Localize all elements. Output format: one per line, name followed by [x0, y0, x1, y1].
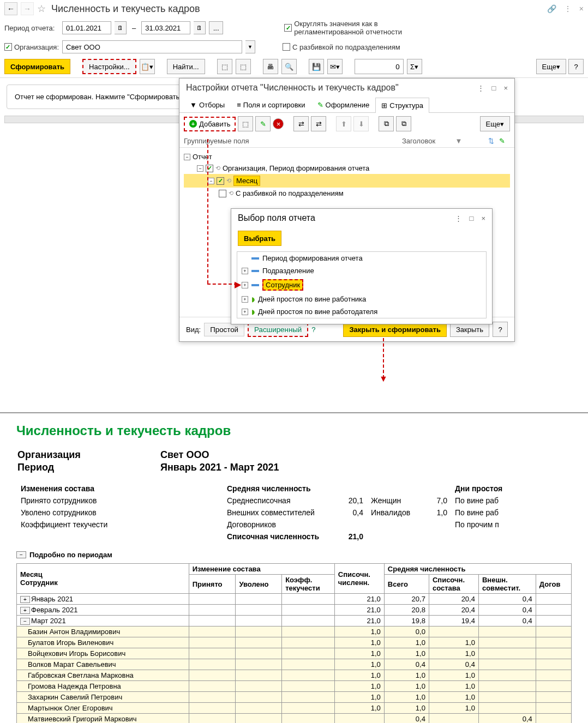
toggle-icon[interactable]: +	[242, 282, 248, 288]
table-row[interactable]: −Март 202121,019,819,40,4	[17, 616, 572, 626]
expand-icon[interactable]: ⬚	[217, 59, 232, 74]
picker-select-button[interactable]: Выбрать	[238, 231, 281, 246]
table-row[interactable]: Захаркин Савелий Петрович1,01,01,0	[17, 692, 572, 703]
preview-icon[interactable]: 🔍	[281, 59, 297, 74]
round-checkbox[interactable]: ✓	[284, 24, 292, 32]
tree-checkbox-empty[interactable]	[219, 190, 226, 197]
favorite-icon[interactable]: ☆	[37, 3, 46, 15]
table-row[interactable]: Матвиевский Григорий Маркович0,40,4	[17, 714, 572, 724]
expand-icon[interactable]: −	[20, 618, 30, 625]
help-link[interactable]: ?	[311, 326, 315, 334]
picker-item-idle-emp[interactable]: +◗ Дней простоя по вине работника	[237, 293, 486, 305]
tab-structure[interactable]: ⊞Структура	[375, 98, 429, 113]
calendar-from-icon[interactable]: 🗓	[115, 21, 127, 34]
tree-level3[interactable]: ⟲ С разбивкой по подразделениям	[184, 188, 510, 199]
picker-close-icon[interactable]: ×	[481, 214, 485, 222]
table-row[interactable]: Булатов Игорь Виленович1,01,01,0	[17, 637, 572, 648]
footer-help-icon[interactable]: ?	[493, 322, 508, 337]
picker-maximize-icon[interactable]: □	[470, 214, 474, 222]
toggle-icon[interactable]: −	[184, 154, 190, 160]
picker-more-icon[interactable]: ⋮	[455, 214, 462, 222]
move-icon2[interactable]: ⇄	[311, 116, 326, 131]
edit-icon[interactable]: ✎	[255, 116, 271, 131]
view-simple-button[interactable]: Простой	[204, 323, 244, 336]
up-icon[interactable]: ⬆	[336, 116, 351, 131]
org-checkbox[interactable]: ✓	[4, 43, 12, 51]
group-icon[interactable]: ⬚	[238, 116, 253, 131]
add-button[interactable]: + Добавить	[184, 117, 236, 131]
edit-col-icon[interactable]: ✎	[499, 137, 510, 145]
col-hired: Принято	[189, 575, 236, 594]
tab-filters[interactable]: ▼Отборы	[184, 97, 231, 112]
org-value: Свет ООО	[66, 43, 100, 51]
sort-col-icon[interactable]: ⇅	[488, 137, 499, 145]
toggle-icon[interactable]: −	[208, 178, 214, 184]
period-ellipsis-button[interactable]: ...	[209, 21, 223, 34]
toggle-icon[interactable]: +	[242, 296, 248, 303]
picker-list: Период формирования отчета + Подразделен…	[237, 251, 487, 318]
table-row[interactable]: Волков Марат Савельевич1,00,40,4	[17, 659, 572, 670]
date-from-input[interactable]	[62, 21, 111, 34]
date-to-input[interactable]	[141, 21, 190, 34]
back-button[interactable]: ←	[4, 2, 17, 15]
settings-close-icon[interactable]: ×	[503, 84, 508, 92]
expand-icon[interactable]: +	[20, 596, 30, 603]
tree-level1[interactable]: − ✓ ⟲ Организация, Период формирования о…	[184, 162, 510, 174]
collapse-icon[interactable]: ⬚	[236, 59, 251, 74]
round-label: Округлять значения как в регламентирован…	[294, 20, 414, 36]
print-icon[interactable]: 🖶	[263, 59, 278, 74]
move-icon[interactable]: ⇄	[293, 116, 309, 131]
delete-icon[interactable]: ×	[273, 118, 284, 129]
calendar-to-icon[interactable]: 🗓	[194, 21, 206, 34]
tree-checkbox[interactable]: ✓	[217, 177, 224, 185]
table-row[interactable]: +Январь 202121,020,720,40,4	[17, 594, 572, 605]
table-row[interactable]: Громова Надежда Петровна1,01,01,0	[17, 681, 572, 692]
settings-more-icon[interactable]: ⋮	[477, 84, 484, 92]
table-row[interactable]: Габровская Светлана Марковна1,01,01,0	[17, 670, 572, 681]
breakdown-checkbox[interactable]	[283, 43, 290, 51]
settings-maximize-icon[interactable]: □	[492, 84, 496, 92]
picker-item-period[interactable]: Период формирования отчета	[237, 252, 486, 264]
paste2-icon[interactable]: ⧉	[396, 116, 411, 131]
tab-format[interactable]: ✎Оформление	[311, 97, 376, 112]
find-button[interactable]: Найти...	[167, 59, 205, 74]
toggle-icon[interactable]: +	[242, 309, 248, 315]
table-row[interactable]: Базин Антон Владимирович1,00,0	[17, 626, 572, 637]
org-dropdown[interactable]: Свет ООО	[62, 40, 242, 53]
table-row[interactable]: Войцехович Игорь Борисович1,01,01,0	[17, 648, 572, 659]
save-icon[interactable]: 💾	[309, 59, 324, 74]
forward-button[interactable]: →	[21, 2, 34, 15]
number-input[interactable]	[355, 59, 404, 74]
settings-title: Настройки отчета "Численность и текучест…	[186, 83, 399, 93]
sigma-icon[interactable]: Σ▾	[407, 59, 422, 74]
down-icon[interactable]: ⬇	[353, 116, 369, 131]
table-row[interactable]: +Февраль 202121,020,820,40,4	[17, 605, 572, 616]
col-list: Списочн. состава	[429, 575, 478, 594]
tree-level2-selected[interactable]: − ✓ ⟲ Месяц	[184, 174, 510, 188]
filter-col-icon[interactable]: ▼	[451, 137, 466, 145]
more-button[interactable]: Еще ▾	[536, 59, 566, 74]
picker-item-idle-emp2[interactable]: +◗ Дней простоя по вине работодателя	[237, 305, 486, 318]
copy2-icon[interactable]: ⧉	[379, 116, 394, 131]
col-month: Месяц Сотрудник	[17, 564, 189, 594]
dropdown-arrow-icon[interactable]: ▼	[245, 40, 255, 53]
toggle-icon[interactable]: +	[242, 268, 248, 274]
toggle-icon[interactable]: −	[197, 165, 203, 172]
more-icon[interactable]: ⋮	[564, 4, 572, 13]
val-women: 7,0	[423, 495, 451, 506]
collapse-all-icon[interactable]: −	[16, 551, 26, 558]
tree-root[interactable]: − Отчет	[184, 151, 510, 162]
close-icon[interactable]: ×	[579, 4, 584, 13]
email-icon[interactable]: ✉▾	[327, 59, 343, 74]
generate-button[interactable]: Сформировать	[4, 59, 70, 74]
table-row[interactable]: Мартынюк Олег Егорович1,01,01,0	[17, 703, 572, 714]
settings-button[interactable]: Настройки...	[82, 59, 136, 74]
settings-more-button[interactable]: Еще ▾	[480, 116, 510, 131]
picker-item-employee[interactable]: + Сотрудник	[237, 277, 486, 293]
copy-icon[interactable]: 📋▾	[140, 59, 155, 74]
link-icon[interactable]: 🔗	[547, 4, 556, 13]
expand-icon[interactable]: +	[20, 607, 30, 614]
tab-fields[interactable]: ≡Поля и сортировки	[231, 97, 311, 112]
help-icon[interactable]: ?	[568, 59, 584, 74]
picker-item-dept[interactable]: + Подразделение	[237, 264, 486, 277]
